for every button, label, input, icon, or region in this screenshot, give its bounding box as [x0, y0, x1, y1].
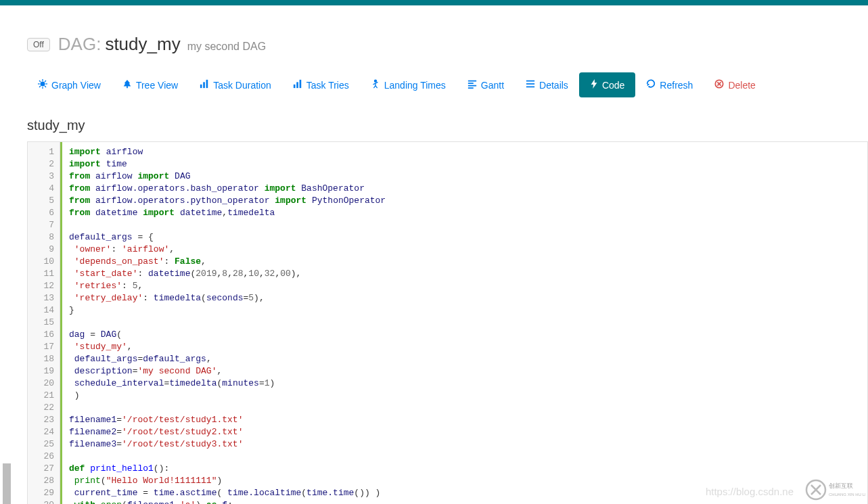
dag-toggle-off[interactable]: Off — [27, 38, 50, 51]
section-title: study_my — [27, 118, 868, 133]
code-line: from datetime import datetime,timedelta — [69, 207, 861, 219]
code-line — [69, 451, 861, 463]
code-line — [69, 317, 861, 329]
code-line: from airflow import DAG — [69, 170, 861, 183]
line-number: 30 — [30, 499, 54, 504]
line-number: 22 — [30, 402, 54, 414]
code-line: 'owner': 'airflow', — [69, 244, 861, 256]
line-number: 6 — [30, 207, 54, 219]
tab-label: Refresh — [660, 80, 693, 91]
tab-gantt[interactable]: Gantt — [457, 72, 515, 97]
line-number: 5 — [30, 195, 54, 207]
svg-point-0 — [41, 82, 45, 87]
dag-label: DAG: — [58, 34, 101, 55]
svg-point-15 — [374, 79, 377, 82]
svg-rect-14 — [299, 80, 301, 88]
line-number: 20 — [30, 377, 54, 390]
code-line: schedule_interval=timedelta(minutes=1) — [69, 377, 861, 390]
code-panel: 1234567891011121314151617181920212223242… — [27, 141, 868, 504]
line-number: 11 — [30, 268, 54, 280]
svg-rect-9 — [200, 85, 202, 88]
code-line: filename2='/root/test/study2.txt' — [69, 426, 861, 438]
left-scrollbar[interactable] — [0, 5, 15, 504]
tab-label: Gantt — [481, 80, 504, 91]
tab-label: Delete — [728, 80, 755, 91]
line-number: 16 — [30, 329, 54, 341]
line-number: 13 — [30, 292, 54, 304]
tab-label: Tree View — [136, 80, 178, 91]
tab-tree-view[interactable]: Tree View — [112, 72, 189, 97]
main-content: Off DAG: study_my my second DAG Graph Vi… — [15, 5, 868, 504]
bolt-icon — [590, 79, 598, 91]
line-number: 15 — [30, 317, 54, 329]
code-line: 'retry_delay': timedelta(seconds=5), — [69, 292, 861, 304]
nav-tabs: Graph View Tree View Task Duration Task … — [27, 72, 868, 97]
code-line: with open(filename1,'a') as f: — [69, 499, 861, 504]
close-circle-icon — [714, 79, 724, 91]
person-icon — [371, 79, 380, 91]
svg-rect-18 — [468, 85, 476, 87]
svg-rect-10 — [203, 82, 205, 88]
align-left-icon — [467, 79, 477, 91]
tab-landing-times[interactable]: Landing Times — [360, 72, 457, 97]
code-line: print("Hello World!1111111") — [69, 475, 861, 487]
code-line: filename3='/root/test/study3.txt' — [69, 438, 861, 451]
line-numbers: 1234567891011121314151617181920212223242… — [28, 142, 60, 504]
code-line: def print_hello1(): — [69, 463, 861, 475]
line-number: 14 — [30, 304, 54, 317]
code-line: current_time = time.asctime( time.localt… — [69, 487, 861, 499]
tab-refresh[interactable]: Refresh — [635, 72, 704, 97]
svg-line-7 — [39, 86, 41, 87]
svg-line-8 — [45, 81, 46, 82]
code-line: from airflow.operators.python_operator i… — [69, 195, 861, 207]
tab-task-tries[interactable]: Task Tries — [282, 72, 360, 97]
svg-rect-17 — [468, 83, 474, 84]
tab-label: Code — [602, 80, 624, 91]
list-icon — [526, 79, 535, 91]
tab-label: Task Duration — [213, 80, 271, 91]
svg-rect-13 — [296, 82, 298, 88]
line-number: 12 — [30, 280, 54, 292]
tab-graph-view[interactable]: Graph View — [27, 72, 112, 97]
code-line: from airflow.operators.bash_operator imp… — [69, 183, 861, 195]
line-number: 8 — [30, 231, 54, 244]
svg-rect-20 — [526, 81, 534, 82]
line-number: 21 — [30, 390, 54, 402]
tab-code[interactable]: Code — [579, 72, 635, 97]
code-line: 'depends_on_past': False, — [69, 256, 861, 268]
code-line: import airflow — [69, 146, 861, 158]
code-line: 'start_date': datetime(2019,8,28,10,32,0… — [69, 268, 861, 280]
line-number: 23 — [30, 414, 54, 426]
svg-rect-16 — [468, 81, 476, 82]
tab-details[interactable]: Details — [515, 72, 579, 97]
svg-line-5 — [39, 81, 41, 82]
code-line: default_args=default_args, — [69, 353, 861, 365]
line-number: 10 — [30, 256, 54, 268]
svg-rect-22 — [526, 87, 534, 88]
bar-chart-icon — [200, 79, 209, 91]
tab-task-duration[interactable]: Task Duration — [189, 72, 282, 97]
line-number: 28 — [30, 475, 54, 487]
line-number: 19 — [30, 365, 54, 377]
scroll-thumb[interactable] — [3, 463, 11, 504]
line-number: 27 — [30, 463, 54, 475]
bar-chart-icon — [293, 79, 302, 91]
svg-rect-21 — [526, 83, 534, 85]
refresh-icon — [646, 79, 656, 91]
line-number: 18 — [30, 353, 54, 365]
code-body: import airflowimport timefrom airflow im… — [60, 142, 867, 504]
sun-icon — [38, 79, 47, 91]
code-line: description='my second DAG', — [69, 365, 861, 377]
code-line — [69, 219, 861, 231]
line-number: 7 — [30, 219, 54, 231]
svg-rect-19 — [468, 87, 474, 89]
tree-icon — [122, 79, 132, 91]
tab-label: Details — [539, 80, 568, 91]
code-line: } — [69, 304, 861, 317]
code-line: dag = DAG( — [69, 329, 861, 341]
line-number: 29 — [30, 487, 54, 499]
dag-header: Off DAG: study_my my second DAG — [27, 5, 868, 60]
svg-rect-11 — [206, 80, 208, 88]
tab-delete[interactable]: Delete — [704, 72, 766, 97]
line-number: 9 — [30, 244, 54, 256]
